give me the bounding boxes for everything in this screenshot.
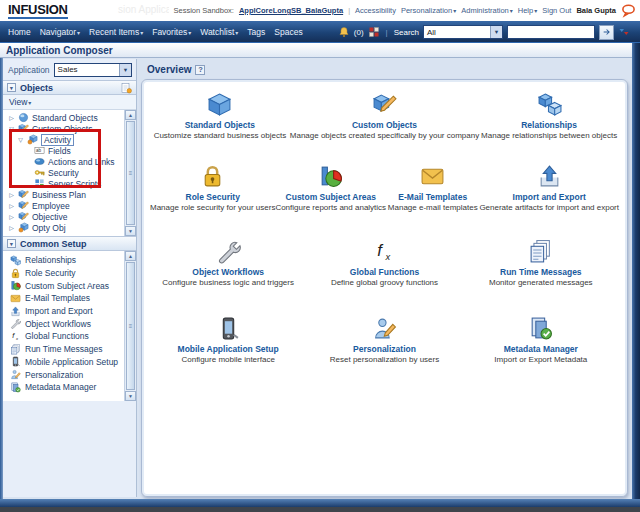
search-go-button[interactable] (599, 25, 614, 40)
advanced-search-icon[interactable] (618, 26, 630, 38)
tile-relationships[interactable]: Relationships Manage relationships betwe… (479, 92, 619, 140)
tree-item-business-plan[interactable]: Business Plan (3, 189, 124, 200)
search-scope-select[interactable]: All ▼ (423, 25, 503, 39)
tile-personalization[interactable]: Personalization Reset personalization by… (306, 316, 462, 364)
import-export-icon (537, 164, 562, 189)
objects-panel-title: Objects (20, 83, 53, 93)
tree-item-standard-objects[interactable]: Standard Objects (3, 112, 124, 123)
search-input[interactable] (507, 25, 595, 39)
help-icon[interactable] (195, 65, 205, 75)
nav-navigator[interactable]: Navigator (40, 27, 80, 37)
cube-pencil-icon (18, 211, 29, 222)
sidebar-item-mobile-application-setup[interactable]: Mobile Application Setup (3, 356, 124, 369)
tree-item-activity[interactable]: Activity (3, 134, 124, 145)
sidebar-item-email-templates[interactable]: E-Mail Templates (3, 292, 124, 305)
view-menu-button[interactable]: View (9, 97, 31, 107)
common-setup-list: Relationships Role Security Custom Subje… (3, 251, 136, 401)
collapse-icon[interactable] (8, 125, 15, 132)
chevron-down-icon[interactable]: ▼ (490, 26, 502, 38)
svg-text:f: f (12, 331, 15, 340)
expand-icon[interactable] (8, 202, 15, 209)
arrow-right-icon (602, 27, 612, 37)
help-menu[interactable]: Help (518, 6, 537, 15)
window-bottom-frame (0, 499, 640, 507)
tile-email-templates[interactable]: E-Mail Templates Manage e-mail templates (386, 164, 479, 212)
cube-orange-icon (18, 222, 29, 233)
scrollbar-thumb[interactable]: ≡ (126, 121, 135, 225)
tile-global-functions[interactable]: fx Global Functions Define global groovy… (306, 239, 462, 287)
collapse-icon[interactable] (17, 136, 24, 143)
scroll-up-icon[interactable]: ▲ (125, 110, 136, 120)
tile-run-time-messages[interactable]: Run Time Messages Monitor generated mess… (463, 239, 619, 287)
session-sandbox-label: Session Sandbox: (173, 6, 233, 15)
tile-metadata-manager[interactable]: Metadata Manager Import or Export Metada… (463, 316, 619, 364)
expand-icon[interactable] (8, 191, 15, 198)
new-object-icon[interactable] (120, 82, 132, 94)
tile-import-and-export[interactable]: Import and Export Generate artifacts for… (479, 164, 619, 212)
sidebar-item-relationships[interactable]: Relationships (3, 254, 124, 267)
sidebar-item-custom-subject-areas[interactable]: Custom Subject Areas (3, 279, 124, 292)
nav-favorites[interactable]: Favorites (152, 27, 191, 37)
header-utility-links: Session Sandbox: ApplCoreLongSB_BalaGupt… (169, 0, 636, 21)
notification-count: (0) (354, 28, 364, 37)
expand-icon[interactable] (8, 224, 15, 231)
expand-icon[interactable] (8, 213, 15, 220)
administration-menu[interactable]: Administration (461, 6, 513, 15)
sidebar-item-run-time-messages[interactable]: Run Time Messages (3, 343, 124, 356)
tile-role-security[interactable]: Role Security Manage role security for y… (150, 164, 275, 212)
common-setup-scrollbar[interactable]: ▲ ≡ ▼ (124, 251, 136, 401)
cube-pencil-icon (372, 92, 397, 117)
tree-item-employee[interactable]: Employee (3, 200, 124, 211)
chevron-down-icon[interactable]: ▼ (119, 64, 131, 76)
collapse-icon[interactable] (7, 83, 16, 92)
scrollbar-thumb[interactable]: ≡ (126, 262, 135, 390)
actions-icon (34, 156, 45, 167)
tile-standard-objects[interactable]: Standard Objects Customize standard busi… (150, 92, 290, 140)
tree-scrollbar[interactable]: ▲ ≡ ▼ (124, 110, 136, 236)
scroll-down-icon[interactable]: ▼ (125, 226, 136, 236)
import-export-icon (10, 306, 21, 317)
tree-item-actions-and-links[interactable]: Actions and Links (3, 156, 124, 167)
person-pencil-icon (10, 369, 21, 380)
nav-watchlist[interactable]: Watchlist (200, 27, 238, 37)
relationships-icon (537, 92, 562, 117)
accessibility-link[interactable]: Accessibility (355, 6, 396, 15)
application-window: INFUSION sion Applications Session Sandb… (0, 0, 640, 512)
nav-tags[interactable]: Tags (247, 27, 265, 37)
sign-out-link[interactable]: Sign Out (542, 6, 571, 15)
sidebar-item-object-workflows[interactable]: Object Workflows (3, 317, 124, 330)
scroll-down-icon[interactable]: ▼ (125, 391, 136, 401)
sidebar-item-metadata-manager[interactable]: Metadata Manager (3, 381, 124, 394)
tile-custom-objects[interactable]: Custom Objects Manage objects created sp… (290, 92, 479, 140)
tree-item-opty-obj[interactable]: Opty Obj (3, 222, 124, 233)
collapse-icon[interactable] (7, 239, 16, 248)
tree-item-server-scripts[interactable]: Server Scripts (3, 178, 124, 189)
nav-home[interactable]: Home (8, 27, 31, 37)
tile-mobile-application-setup[interactable]: Mobile Application Setup Configure mobil… (150, 316, 306, 364)
nav-spaces[interactable]: Spaces (274, 27, 302, 37)
search-label: Search (394, 28, 419, 37)
svg-text:x: x (15, 336, 19, 341)
cube-pencil-icon (18, 200, 29, 211)
sidebar-item-import-and-export[interactable]: Import and Export (3, 305, 124, 318)
tree-item-custom-objects[interactable]: Custom Objects (3, 123, 124, 134)
sidebar: Application Sales ▼ Objects View Standar… (3, 59, 137, 497)
sidebar-item-personalization[interactable]: Personalization (3, 368, 124, 381)
expand-icon[interactable] (8, 114, 15, 121)
notifications-bell-icon[interactable] (338, 26, 350, 38)
tree-item-fields[interactable]: abFields (3, 145, 124, 156)
chat-icon[interactable] (621, 3, 636, 18)
tile-object-workflows[interactable]: Object Workflows Configure business logi… (150, 239, 306, 287)
tree-item-security[interactable]: Security (3, 167, 124, 178)
overview-region: Overview Standard Objects Customize stan… (141, 62, 628, 497)
sidebar-item-global-functions[interactable]: fxGlobal Functions (3, 330, 124, 343)
tile-custom-subject-areas[interactable]: Custom Subject Areas Configure reports a… (275, 164, 386, 212)
application-select[interactable]: Sales ▼ (54, 63, 132, 77)
tree-item-objective[interactable]: Objective (3, 211, 124, 222)
session-sandbox-link[interactable]: ApplCoreLongSB_BalaGupta (239, 6, 343, 15)
scroll-up-icon[interactable]: ▲ (125, 251, 136, 261)
sidebar-item-role-security[interactable]: Role Security (3, 267, 124, 280)
nav-recent-items[interactable]: Recent Items (89, 27, 143, 37)
personalization-menu[interactable]: Personalization (401, 6, 456, 15)
worklist-icon[interactable] (368, 26, 380, 38)
